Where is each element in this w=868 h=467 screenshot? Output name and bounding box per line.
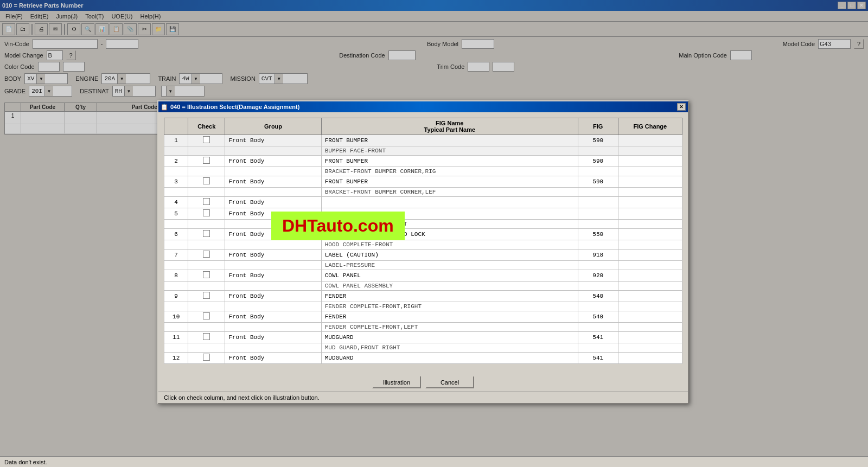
cell-check[interactable] bbox=[188, 229, 225, 240]
row-checkbox[interactable] bbox=[203, 177, 210, 184]
sub-typical: BRACKET-FRONT BUMPER CORNER,LEF bbox=[321, 188, 578, 197]
table-subrow: BRACKET-FRONT BUMPER CORNER,LEF bbox=[164, 188, 682, 197]
cell-group: Front Body bbox=[225, 197, 321, 208]
cell-check[interactable] bbox=[188, 332, 225, 343]
table-scroll-area[interactable]: Check Group FIG Name Typical Part Name F… bbox=[164, 118, 682, 367]
table-row[interactable]: 9 Front Body FENDER 540 bbox=[164, 291, 682, 302]
table-row[interactable]: 4 Front Body bbox=[164, 197, 682, 208]
sub-figchange bbox=[618, 323, 682, 332]
cell-check[interactable] bbox=[188, 135, 225, 146]
cell-check[interactable] bbox=[188, 250, 225, 261]
table-row[interactable]: 2 Front Body FRONT BUMPER 590 bbox=[164, 156, 682, 167]
sub-check bbox=[188, 167, 225, 176]
sub-num bbox=[164, 188, 188, 197]
table-row[interactable]: 3 Front Body FRONT BUMPER 590 bbox=[164, 176, 682, 188]
illustration-btn[interactable]: Illustration bbox=[372, 376, 421, 388]
sub-figchange bbox=[618, 343, 682, 353]
th-check: Check bbox=[188, 118, 225, 135]
sub-check bbox=[188, 240, 225, 250]
sub-typical: LAMP ASSEMBLY-HEAD LEFT bbox=[321, 220, 578, 229]
sub-typical: HOOD COMPLETE-FRONT bbox=[321, 240, 578, 250]
row-checkbox[interactable] bbox=[203, 292, 210, 299]
cell-figname: LABEL (CAUTION) bbox=[321, 250, 578, 261]
cell-figname: MUDGUARD bbox=[321, 353, 578, 364]
sub-fig bbox=[578, 302, 618, 311]
cell-figchange bbox=[618, 291, 682, 302]
th-figchange: FIG Change bbox=[618, 118, 682, 135]
cancel-btn[interactable]: Cancel bbox=[425, 376, 474, 388]
sub-num bbox=[164, 167, 188, 176]
row-checkbox[interactable] bbox=[203, 333, 210, 340]
cell-check[interactable] bbox=[188, 311, 225, 323]
sub-fig bbox=[578, 146, 618, 156]
sub-check bbox=[188, 323, 225, 332]
row-checkbox[interactable] bbox=[203, 354, 210, 361]
cell-num: 2 bbox=[164, 156, 188, 167]
row-checkbox[interactable] bbox=[203, 136, 210, 143]
cell-group: Front Body bbox=[225, 135, 321, 146]
sub-num bbox=[164, 323, 188, 332]
cell-check[interactable] bbox=[188, 270, 225, 282]
cell-check[interactable] bbox=[188, 197, 225, 208]
table-row[interactable]: 1 Front Body FRONT BUMPER 590 bbox=[164, 135, 682, 146]
cell-fig bbox=[578, 197, 618, 208]
cell-figchange bbox=[618, 250, 682, 261]
cell-figname: FRONT BUMPER bbox=[321, 156, 578, 167]
cell-figname bbox=[321, 208, 578, 220]
cell-num: 5 bbox=[164, 208, 188, 220]
row-checkbox[interactable] bbox=[203, 209, 210, 216]
th-fig: FIG bbox=[578, 118, 618, 135]
table-row[interactable]: 10 Front Body FENDER 540 bbox=[164, 311, 682, 323]
cell-fig: 918 bbox=[578, 250, 618, 261]
row-checkbox[interactable] bbox=[203, 271, 210, 278]
sub-num bbox=[164, 343, 188, 353]
sub-group bbox=[225, 282, 321, 291]
dialog-title-text: 040 = Illustration Select(Damage Assignm… bbox=[170, 104, 299, 110]
sub-group bbox=[225, 146, 321, 156]
table-row[interactable]: 5 Front Body bbox=[164, 208, 682, 220]
cell-group: Front Body bbox=[225, 229, 321, 240]
sub-group bbox=[225, 261, 321, 270]
table-row[interactable]: 8 Front Body COWL PANEL 920 bbox=[164, 270, 682, 282]
sub-num bbox=[164, 261, 188, 270]
cell-fig: 550 bbox=[578, 229, 618, 240]
table-row[interactable]: 12 Front Body MUDGUARD 541 bbox=[164, 353, 682, 364]
sub-num bbox=[164, 302, 188, 311]
cell-figname: FENDER bbox=[321, 291, 578, 302]
sub-fig bbox=[578, 188, 618, 197]
dialog-title-icon: 📋 bbox=[161, 104, 168, 111]
row-checkbox[interactable] bbox=[203, 312, 210, 319]
row-checkbox[interactable] bbox=[203, 157, 210, 164]
cell-fig: 541 bbox=[578, 353, 618, 364]
sub-typical: LABEL-PRESSURE bbox=[321, 261, 578, 270]
cell-group: Front Body bbox=[225, 250, 321, 261]
cell-check[interactable] bbox=[188, 176, 225, 188]
sub-check bbox=[188, 146, 225, 156]
table-row[interactable]: 11 Front Body MUDGUARD 541 bbox=[164, 332, 682, 343]
cell-figchange bbox=[618, 229, 682, 240]
cell-num: 8 bbox=[164, 270, 188, 282]
cell-figname: FENDER bbox=[321, 311, 578, 323]
cell-figchange bbox=[618, 197, 682, 208]
dialog-close-btn[interactable]: ✕ bbox=[677, 103, 686, 111]
cell-check[interactable] bbox=[188, 353, 225, 364]
table-subrow: LAMP ASSEMBLY-HEAD LEFT bbox=[164, 220, 682, 229]
sub-figchange bbox=[618, 146, 682, 156]
th-group: Group bbox=[225, 118, 321, 135]
cell-check[interactable] bbox=[188, 156, 225, 167]
cell-num: 10 bbox=[164, 311, 188, 323]
row-checkbox[interactable] bbox=[203, 251, 210, 258]
table-row[interactable]: 6 Front Body FRONT HOOD & FRONT HOOD LOC… bbox=[164, 229, 682, 240]
cell-check[interactable] bbox=[188, 208, 225, 220]
row-checkbox[interactable] bbox=[203, 198, 210, 205]
cell-figchange bbox=[618, 176, 682, 188]
table-row[interactable]: 7 Front Body LABEL (CAUTION) 918 bbox=[164, 250, 682, 261]
cell-group: Front Body bbox=[225, 208, 321, 220]
cell-check[interactable] bbox=[188, 291, 225, 302]
cell-figname: FRONT BUMPER bbox=[321, 135, 578, 146]
sub-num bbox=[164, 220, 188, 229]
cell-group: Front Body bbox=[225, 291, 321, 302]
status-bar: Data don't exist. bbox=[0, 456, 868, 467]
table-subrow: HOOD COMPLETE-FRONT bbox=[164, 240, 682, 250]
row-checkbox[interactable] bbox=[203, 230, 210, 237]
